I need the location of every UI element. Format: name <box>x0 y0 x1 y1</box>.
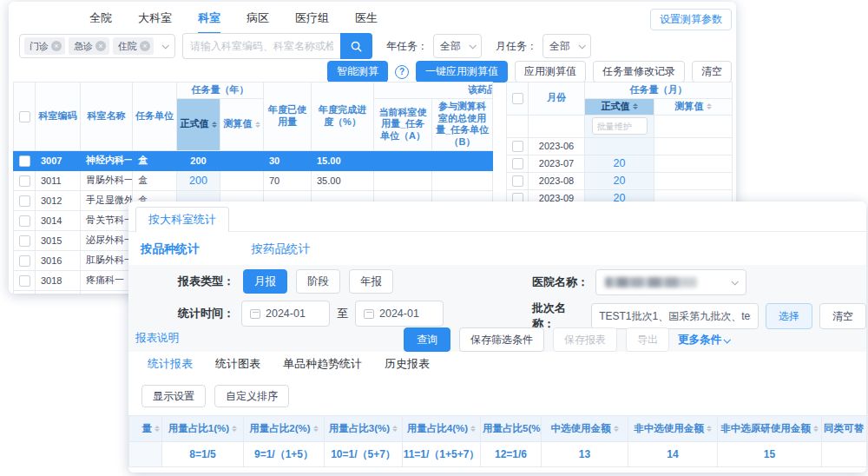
row-checkbox[interactable] <box>19 195 30 207</box>
sort-icon <box>470 423 476 434</box>
sort-icon <box>212 119 217 130</box>
statistics-table: 量 用量占比1(%) 用量占比2(%) 用量占比3(%) 用量占比4(%) 用量… <box>128 415 866 467</box>
hospital-select[interactable] <box>595 269 746 295</box>
nav-tab-major-dept[interactable]: 大科室 <box>138 10 172 34</box>
sort-icon <box>633 101 638 112</box>
col-usage-ratio-4[interactable]: 用量占比4(%) <box>403 416 481 442</box>
chevron-down-icon <box>578 42 585 49</box>
set-forecast-params-button[interactable]: 设置测算参数 <box>650 9 732 30</box>
table-row[interactable]: 3011胃肠外科一盒 200 7035.00 <box>14 170 493 190</box>
col-nonselected-amount[interactable]: 非中选使用金额 <box>628 416 718 442</box>
sort-icon <box>313 423 319 434</box>
row-checkbox[interactable] <box>19 255 30 267</box>
col-official-year[interactable]: 正式值 <box>177 98 220 150</box>
group-drug-usage: 该药品 <box>374 83 493 99</box>
row-checkbox[interactable] <box>19 235 30 247</box>
tag-outpatient-close-icon[interactable] <box>51 41 62 51</box>
save-filter-button[interactable]: 保存筛选条件 <box>459 327 544 352</box>
nav-tab-ward[interactable]: 病区 <box>247 10 269 34</box>
search-input[interactable] <box>182 33 340 59</box>
row-checkbox[interactable] <box>19 275 30 287</box>
row-checkbox[interactable] <box>19 215 30 227</box>
table-row[interactable]: 2023-06 <box>507 137 733 155</box>
col-estimate-month[interactable]: 测算值 <box>654 98 733 115</box>
col-usage-ratio-3[interactable]: 用量占比3(%) <box>325 416 403 442</box>
date-from-input[interactable]: 2024-01 <box>241 301 330 327</box>
tab-by-variety[interactable]: 按品种统计 <box>141 241 200 268</box>
month-task-select[interactable]: 全部 <box>542 34 591 58</box>
col-current-usage-a: 当前科室使用量_任务单位（A） <box>374 98 432 150</box>
apply-forecast-button[interactable]: 应用测算值 <box>515 61 586 83</box>
col-estimate-year[interactable]: 测算值 <box>220 98 264 150</box>
apply-all-forecast-button[interactable]: 一键应用测算值 <box>416 61 508 83</box>
col-year-used: 年度已使用量 <box>264 83 312 151</box>
tab-single-variety-trend[interactable]: 单品种趋势统计 <box>283 356 362 372</box>
row-checkbox[interactable] <box>512 141 523 152</box>
search-group <box>182 33 372 59</box>
time-range-row: 统计时间： 2024-01 至 2024-01 <box>178 301 444 327</box>
sort-icon <box>614 423 619 434</box>
tab-history-report[interactable]: 历史报表 <box>385 356 430 372</box>
month-report-button[interactable]: 月报 <box>243 269 287 294</box>
nav-tab-dept[interactable]: 科室 <box>198 10 220 34</box>
col-selected-amount[interactable]: 中选使用金额 <box>542 416 628 442</box>
tag-inpatient-close-icon[interactable] <box>140 41 150 51</box>
smart-calc-button[interactable]: 智能测算 <box>327 61 388 83</box>
help-icon[interactable] <box>395 65 409 79</box>
export-button[interactable]: 导出 <box>626 327 669 352</box>
hospital-row: 医院名称： <box>532 269 746 295</box>
col-usage-ratio-1[interactable]: 用量占比1(%) <box>162 416 244 442</box>
dept-type-multiselect[interactable]: 门诊 急诊 住院 <box>19 34 175 58</box>
report-note-link[interactable]: 报表说明 <box>135 331 179 346</box>
custom-sort-button[interactable]: 自定义排序 <box>214 385 289 407</box>
row-checkbox[interactable] <box>512 158 523 169</box>
year-report-button[interactable]: 年报 <box>349 269 393 294</box>
more-conditions-link[interactable]: 更多条件 <box>678 333 729 347</box>
save-report-button[interactable]: 保存报表 <box>553 327 617 352</box>
chevron-down-icon <box>469 42 476 49</box>
sort-icon <box>707 423 712 434</box>
tab-stat-report[interactable]: 统计报表 <box>148 356 193 372</box>
table-action-buttons: 显示设置 自定义排序 <box>141 385 289 407</box>
col-usage-ratio-5[interactable]: 用量占比5(%) <box>481 416 542 442</box>
select-all-checkbox[interactable] <box>19 111 30 122</box>
stage-report-button[interactable]: 阶段 <box>296 269 340 294</box>
nav-tab-medical-group[interactable]: 医疗组 <box>295 10 329 34</box>
tab-major-dept-stats[interactable]: 按大科室统计 <box>135 207 229 232</box>
tab-stat-chart[interactable]: 统计图表 <box>215 356 260 372</box>
filter-row: 门诊 急诊 住院 年任务： 全部 月任务： 全部 <box>19 33 591 59</box>
table-row[interactable]: 2023-0820 <box>507 172 733 189</box>
month-select-all-checkbox[interactable] <box>512 93 523 104</box>
nav-tab-whole-hospital[interactable]: 全院 <box>89 10 112 34</box>
row-checkbox[interactable] <box>19 175 30 187</box>
batch-name-input[interactable] <box>591 303 759 329</box>
sort-icon <box>232 423 237 434</box>
table-row[interactable]: 8=1/5 9=1/（1+5） 10=1/（5+7） 11=1/（1+5+7） … <box>129 442 867 467</box>
task-history-button[interactable]: 任务量修改记录 <box>593 61 685 83</box>
date-to-input[interactable]: 2024-01 <box>355 301 444 327</box>
hospital-name-label: 医院名称： <box>532 274 589 290</box>
row-checkbox[interactable] <box>19 155 30 167</box>
stat-mode-tabs: 按品种统计 按药品统计 <box>141 241 310 268</box>
clear-button[interactable]: 清空 <box>692 61 732 83</box>
col-usage[interactable]: 量 <box>129 416 162 442</box>
statistics-window: 按大科室统计 按品种统计 按药品统计 报表类型： 月报 阶段 年报 医院名称： … <box>128 202 866 473</box>
tab-by-drug[interactable]: 按药品统计 <box>252 241 311 268</box>
col-nonselected-original-amount[interactable]: 非中选原研使用金额 <box>718 416 822 442</box>
col-year-progress: 年度完成进度（%） <box>312 83 374 151</box>
tag-emergency-close-icon[interactable] <box>95 41 106 51</box>
display-settings-button[interactable]: 显示设置 <box>141 385 206 407</box>
year-task-select[interactable]: 全部 <box>433 34 482 58</box>
col-usage-ratio-2[interactable]: 用量占比2(%) <box>244 416 325 442</box>
batch-select-button[interactable]: 选择 <box>766 303 812 329</box>
query-button[interactable]: 查询 <box>404 327 450 352</box>
table-row[interactable]: 3007神经内科一盒 200 3015.00 <box>14 150 493 170</box>
chevron-down-icon <box>731 278 738 285</box>
row-checkbox[interactable] <box>512 175 523 187</box>
batch-maintain-input[interactable] <box>592 117 648 135</box>
search-button[interactable] <box>340 33 372 59</box>
col-official-month[interactable]: 正式值 <box>585 98 654 115</box>
nav-tab-doctor[interactable]: 医生 <box>355 10 378 34</box>
table-row[interactable]: 2023-0720 <box>507 155 733 172</box>
batch-clear-button[interactable]: 清空 <box>819 303 866 329</box>
